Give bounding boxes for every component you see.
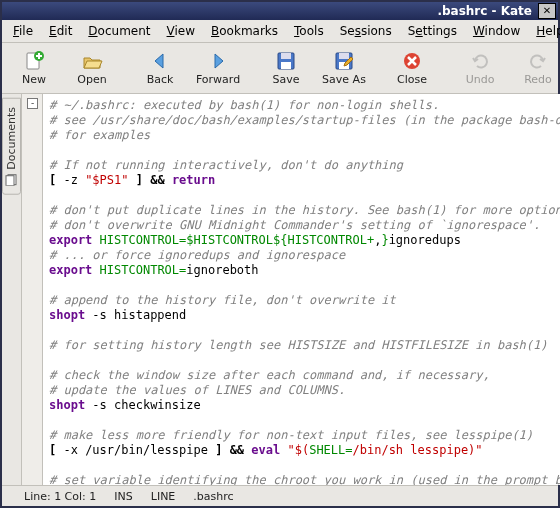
redo-label: Redo (524, 73, 552, 86)
new-label: New (22, 73, 46, 86)
new-icon (23, 50, 45, 72)
save-icon (275, 50, 297, 72)
menu-window[interactable]: Window (466, 22, 527, 40)
saveas-label: Save As (322, 73, 366, 86)
undo-button: Undo (452, 46, 508, 90)
undo-label: Undo (466, 73, 495, 86)
undo-icon (469, 50, 491, 72)
back-button[interactable]: Back (132, 46, 188, 90)
menu-help[interactable]: Help (529, 22, 560, 40)
new-button[interactable]: New (6, 46, 62, 90)
status-position: Line: 1 Col: 1 (24, 490, 96, 503)
window-title: .bashrc - Kate (6, 4, 538, 18)
status-filename: .bashrc (193, 490, 233, 503)
svg-rect-3 (281, 53, 291, 59)
side-tab-label: Documents (5, 107, 18, 170)
window-close-button[interactable]: ✕ (538, 3, 556, 19)
save-label: Save (272, 73, 299, 86)
back-label: Back (147, 73, 174, 86)
svg-rect-6 (339, 53, 349, 59)
open-icon (81, 50, 103, 72)
menu-document[interactable]: Document (81, 22, 157, 40)
status-insert-mode[interactable]: INS (114, 490, 132, 503)
side-tab-bar: Documents (2, 94, 22, 485)
menu-settings[interactable]: Settings (401, 22, 464, 40)
close-icon (401, 50, 423, 72)
menu-edit[interactable]: Edit (42, 22, 79, 40)
window: .bashrc - Kate ✕ FileEditDocumentViewBoo… (0, 0, 560, 508)
redo-icon (527, 50, 549, 72)
editor[interactable]: # ~/.bashrc: executed by bash(1) for non… (43, 94, 560, 485)
main-area: Documents - # ~/.bashrc: executed by bas… (2, 94, 558, 485)
fold-gutter[interactable]: - (22, 94, 43, 485)
close-label: Close (397, 73, 427, 86)
status-bar: Line: 1 Col: 1 INS LINE .bashrc (2, 485, 558, 506)
forward-label: Forward (196, 73, 240, 86)
menu-bar: FileEditDocumentViewBookmarksToolsSessio… (2, 20, 558, 43)
saveas-button[interactable]: Save As (316, 46, 372, 90)
svg-rect-10 (7, 176, 15, 186)
toolbar: NewOpenBackForwardSaveSave AsCloseUndoRe… (2, 43, 558, 94)
status-line-mode: LINE (151, 490, 176, 503)
menu-sessions[interactable]: Sessions (333, 22, 399, 40)
menu-view[interactable]: View (160, 22, 202, 40)
documents-icon (6, 174, 18, 186)
close-icon: ✕ (543, 6, 551, 16)
open-button[interactable]: Open (64, 46, 120, 90)
forward-button[interactable]: Forward (190, 46, 246, 90)
back-icon (149, 50, 171, 72)
title-bar[interactable]: .bashrc - Kate ✕ (2, 2, 558, 20)
redo-button: Redo (510, 46, 560, 90)
save-button[interactable]: Save (258, 46, 314, 90)
svg-rect-4 (281, 62, 291, 69)
menu-bookmarks[interactable]: Bookmarks (204, 22, 285, 40)
close-button[interactable]: Close (384, 46, 440, 90)
open-label: Open (77, 73, 106, 86)
code-content: # ~/.bashrc: executed by bash(1) for non… (43, 94, 560, 485)
saveas-icon (333, 50, 355, 72)
fold-marker[interactable]: - (27, 98, 38, 109)
forward-icon (207, 50, 229, 72)
menu-tools[interactable]: Tools (287, 22, 331, 40)
menu-file[interactable]: File (6, 22, 40, 40)
side-tab-documents[interactable]: Documents (2, 98, 21, 195)
editor-wrap: - # ~/.bashrc: executed by bash(1) for n… (22, 94, 560, 485)
